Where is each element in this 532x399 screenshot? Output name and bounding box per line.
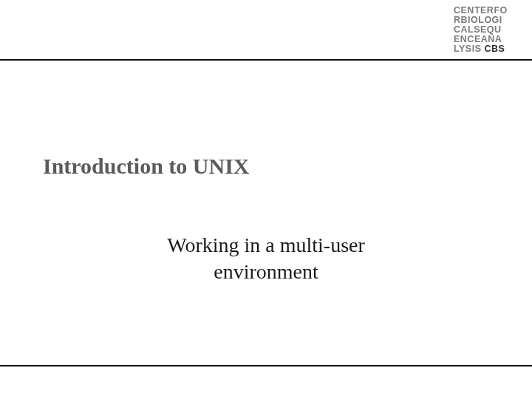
slide-subtitle: Working in a multi-user environment [0,232,532,285]
divider-top [0,59,532,61]
logo-line-5-prefix: LYSIS [454,44,484,54]
logo-line-2: RBIOLOGI [454,15,502,25]
slide-title: Introduction to UNIX [43,154,249,179]
logo-line-1: CENTERFO [454,5,508,16]
logo-line-5-strong: CBS [484,44,505,54]
logo-line-4: ENCEANA [454,34,502,44]
logo-line-3: CALSEQU [454,24,502,35]
divider-bottom [0,365,532,366]
institution-logo: CENTERFO RBIOLOGI CALSEQU ENCEANA LYSIS … [454,6,520,54]
slide: CENTERFO RBIOLOGI CALSEQU ENCEANA LYSIS … [0,0,532,399]
